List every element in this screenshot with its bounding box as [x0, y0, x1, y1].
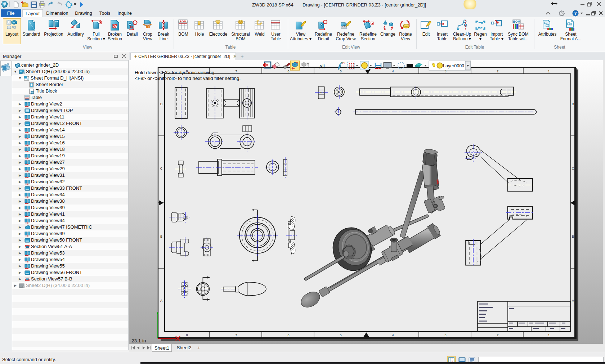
- svg-text:XY: XY: [341, 62, 345, 65]
- svg-text:1: 1: [548, 69, 550, 73]
- svg-text:Hold down <F2> for dynamic vie: Hold down <F2> for dynamic viewing: [135, 70, 214, 75]
- svg-text:<F8> or <Shift-roll> to find n: <F8> or <Shift-roll> to find next valid …: [135, 76, 241, 81]
- svg-text:B: B: [572, 235, 574, 238]
- svg-text:23.1 in: 23.1 in: [131, 338, 146, 343]
- svg-text:7: 7: [235, 333, 237, 337]
- svg-text:D: D: [160, 102, 163, 106]
- svg-text:3: 3: [444, 333, 446, 337]
- svg-text:BOM: BOM: [180, 20, 187, 23]
- svg-text:8: 8: [186, 333, 188, 337]
- svg-text:C: C: [160, 167, 163, 170]
- svg-text:5: 5: [340, 333, 341, 337]
- svg-text:A: A: [572, 299, 574, 302]
- svg-text:4: 4: [392, 69, 394, 73]
- svg-text:B: B: [160, 235, 162, 238]
- svg-text:C: C: [572, 167, 574, 170]
- svg-text:5: 5: [340, 69, 341, 73]
- svg-text:1: 1: [548, 333, 550, 337]
- svg-text:A: A: [160, 299, 162, 302]
- svg-text:2: 2: [497, 333, 498, 337]
- svg-text:Layer0000: Layer0000: [443, 63, 464, 68]
- svg-text:?: ?: [574, 11, 577, 15]
- svg-text:6: 6: [287, 333, 289, 337]
- svg-text:D: D: [572, 102, 574, 106]
- svg-text:7: 7: [235, 69, 237, 73]
- svg-text:BOM: BOM: [513, 20, 520, 23]
- svg-text:All: All: [319, 64, 325, 69]
- svg-text:2: 2: [497, 69, 498, 73]
- svg-text:6: 6: [287, 69, 289, 73]
- svg-text:4: 4: [392, 333, 394, 337]
